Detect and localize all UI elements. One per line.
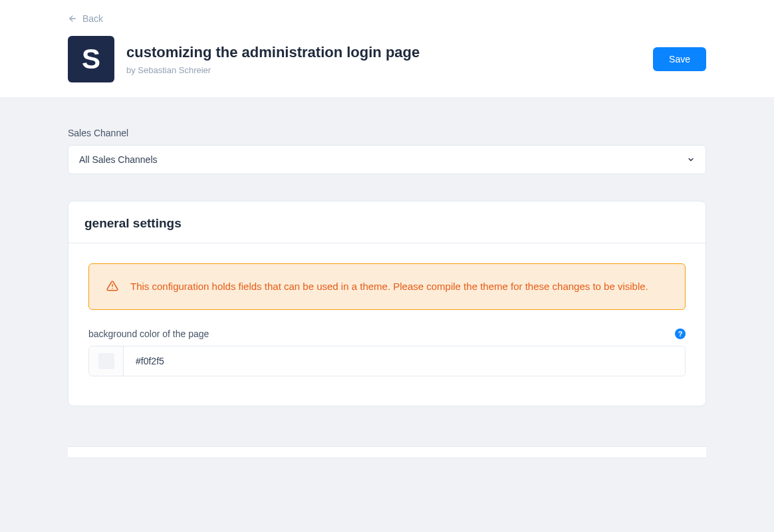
back-link[interactable]: Back <box>68 13 103 24</box>
color-swatch <box>98 353 114 369</box>
theme-compile-alert: This configuration holds fields that can… <box>88 263 686 310</box>
chevron-down-icon <box>687 156 695 164</box>
card-title: general settings <box>84 216 690 231</box>
general-settings-card: general settings This configuration hold… <box>68 201 706 406</box>
sales-channel-select[interactable]: All Sales Channels <box>68 145 706 174</box>
main-content: Sales Channel All Sales Channels general… <box>0 97 774 485</box>
page-title: customizing the administration login pag… <box>126 43 420 63</box>
bg-color-field <box>88 346 686 376</box>
author-name: Sebastian Schreier <box>138 65 211 75</box>
bg-color-label: background color of the page <box>88 329 209 339</box>
arrow-left-icon <box>68 14 77 23</box>
section-divider <box>68 446 706 458</box>
page-header: Back S customizing the administration lo… <box>0 0 774 97</box>
help-icon[interactable]: ? <box>675 329 686 339</box>
back-label: Back <box>82 13 103 24</box>
bg-color-input[interactable] <box>124 346 685 376</box>
card-header: general settings <box>68 201 706 243</box>
plugin-icon: S <box>68 36 114 82</box>
author-prefix: by <box>126 65 138 75</box>
sales-channel-label: Sales Channel <box>68 128 706 138</box>
color-swatch-button[interactable] <box>89 346 124 376</box>
plugin-icon-letter: S <box>82 43 100 75</box>
warning-icon <box>106 280 118 295</box>
sales-channel-selected-value: All Sales Channels <box>79 154 158 165</box>
plugin-author: by Sebastian Schreier <box>126 65 420 75</box>
alert-text: This configuration holds fields that can… <box>130 279 648 295</box>
save-button[interactable]: Save <box>653 47 706 71</box>
